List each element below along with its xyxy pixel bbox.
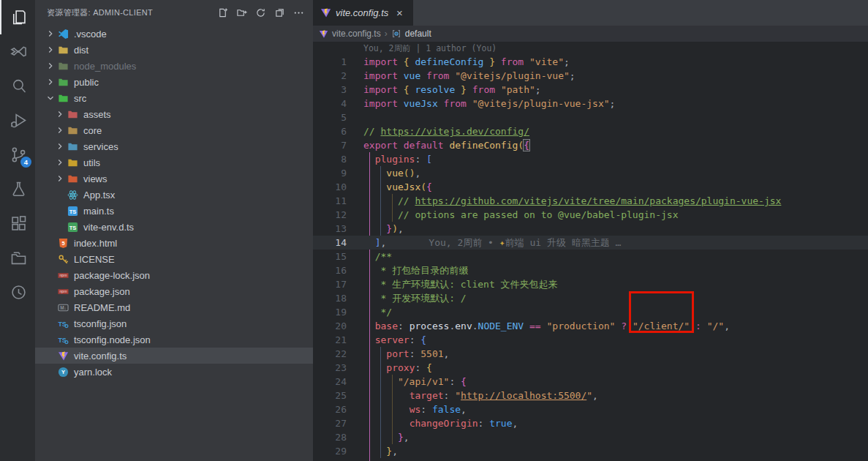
tree-item-core[interactable]: core	[35, 122, 313, 138]
npm-file-icon: npm	[58, 269, 70, 281]
tree-item-index.html[interactable]: 5index.html	[35, 235, 313, 251]
code-line-18[interactable]: 18 * 开发环境默认: /	[313, 291, 868, 305]
chevron-right-icon[interactable]	[45, 44, 58, 56]
code-line-29[interactable]: 29 },	[313, 444, 868, 458]
tree-item-readme.md[interactable]: M↓README.md	[35, 299, 313, 315]
code-line-10[interactable]: 10 vueJsx({	[313, 180, 868, 194]
collapse-all-icon[interactable]	[272, 6, 287, 20]
tree-item-.vscode[interactable]: .vscode	[35, 26, 313, 42]
code-line-16[interactable]: 16 * 打包给目录的前缀	[313, 263, 868, 277]
tree-item-package.json[interactable]: npmpackage.json	[35, 283, 313, 299]
tree-item-label: main.ts	[83, 206, 114, 217]
code-line-2[interactable]: 2import vue from "@vitejs/plugin-vue";	[313, 69, 868, 83]
code-line-30[interactable]: 30 },	[313, 458, 868, 461]
gitlens-authors-lens[interactable]: You, 2周前 | 1 author (You)	[313, 42, 868, 55]
gitlens-inline-blame: You, 2周前 • ✦前端 ui 升级 暗黑主题 …	[429, 236, 621, 250]
chevron-right-icon[interactable]	[45, 76, 58, 88]
more-actions-icon[interactable]	[291, 6, 306, 20]
run-debug-icon[interactable]	[0, 103, 35, 138]
tree-item-label: src	[74, 93, 86, 104]
chevron-right-icon[interactable]	[55, 157, 67, 168]
code-line-11[interactable]: 11 // https://github.com/vitejs/vite/tre…	[313, 194, 868, 208]
code-text: },	[363, 444, 398, 458]
testing-icon[interactable]	[0, 172, 35, 206]
tree-item-tsconfig.node.json[interactable]: TStsconfig.node.json	[35, 331, 313, 348]
code-line-12[interactable]: 12 // options are passed on to @vue/babe…	[313, 208, 868, 222]
tree-item-package-lock.json[interactable]: npmpackage-lock.json	[35, 267, 313, 283]
folder-file-icon	[67, 173, 80, 184]
code-line-20[interactable]: 20 base: process.env.NODE_ENV == "produc…	[313, 319, 868, 333]
chevron-right-icon[interactable]	[45, 60, 58, 72]
tree-item-main.ts[interactable]: TSmain.ts	[35, 203, 313, 219]
code-line-15[interactable]: 15 /**	[313, 250, 868, 263]
code-line-1[interactable]: 1import { defineConfig } from "vite";	[313, 55, 868, 69]
code-line-22[interactable]: 22 port: 5501,	[313, 347, 868, 361]
search-icon[interactable]	[0, 69, 35, 103]
code-text: import { defineConfig } from "vite";	[363, 55, 570, 69]
svg-text:5: 5	[61, 239, 64, 246]
new-folder-icon[interactable]	[234, 6, 249, 20]
tree-item-vite.config.ts[interactable]: vite.config.ts	[35, 348, 313, 364]
code-line-25[interactable]: 25 target: "http://localhost:5500/",	[313, 389, 868, 402]
refresh-icon[interactable]	[253, 6, 268, 20]
history-icon[interactable]	[0, 275, 35, 310]
code-line-17[interactable]: 17 * 生产环境默认: client 文件夹包起来	[313, 277, 868, 291]
code-line-9[interactable]: 9 vue(),	[313, 166, 868, 180]
chevron-right-icon[interactable]	[55, 124, 67, 136]
tree-item-utils[interactable]: utils	[35, 154, 313, 170]
code-text: * 生产环境默认: client 文件夹包起来	[363, 277, 558, 291]
code-line-24[interactable]: 24 "/api/v1": {	[313, 375, 868, 389]
chevron-right-icon[interactable]	[45, 28, 58, 40]
line-number: 9	[313, 166, 347, 180]
code-line-8[interactable]: 8 plugins: [	[313, 152, 868, 166]
code-line-19[interactable]: 19 */	[313, 305, 868, 319]
tree-item-vite-env.d.ts[interactable]: TSvite-env.d.ts	[35, 219, 313, 235]
code-text: target: "http://localhost:5500/",	[363, 389, 598, 402]
tree-item-services[interactable]: services	[35, 138, 313, 154]
new-file-icon[interactable]	[215, 6, 230, 20]
tree-item-src[interactable]: src	[35, 90, 313, 106]
svg-text:TS: TS	[69, 208, 77, 214]
tree-item-yarn.lock[interactable]: Yyarn.lock	[35, 364, 313, 380]
explorer-icon[interactable]	[0, 0, 35, 34]
code-line-14[interactable]: 14 ],You, 2周前 • ✦前端 ui 升级 暗黑主题 …	[313, 236, 868, 250]
extensions-icon[interactable]	[0, 206, 35, 241]
tree-item-label: dist	[74, 45, 88, 56]
tree-item-tsconfig.json[interactable]: TStsconfig.json	[35, 315, 313, 331]
chevron-right-icon[interactable]	[55, 173, 67, 184]
breadcrumb-symbol[interactable]: default	[405, 29, 431, 39]
tab-close-icon[interactable]: ×	[393, 7, 406, 19]
code-line-28[interactable]: 28 },	[313, 430, 868, 444]
code-text: // options are passed on to @vue/babel-p…	[363, 208, 678, 222]
code-line-21[interactable]: 21 server: {	[313, 333, 868, 347]
code-line-4[interactable]: 4import vueJsx from "@vitejs/plugin-vue-…	[313, 97, 868, 110]
line-number: 12	[313, 208, 347, 222]
code-line-27[interactable]: 27 changeOrigin: true,	[313, 416, 868, 430]
tree-item-views[interactable]: views	[35, 170, 313, 187]
tab-vite-config-ts[interactable]: vite.config.ts ×	[313, 0, 413, 26]
code-editor[interactable]: You, 2周前 | 1 author (You) 1import { defi…	[313, 42, 868, 461]
vs-logo-icon[interactable]	[0, 34, 35, 69]
tree-item-license[interactable]: LICENSE	[35, 251, 313, 267]
code-line-3[interactable]: 3import { resolve } from "path";	[313, 83, 868, 97]
breadcrumb-file[interactable]: vite.config.ts	[332, 29, 381, 39]
source-control-icon[interactable]: 4	[0, 138, 35, 172]
tree-item-dist[interactable]: dist	[35, 42, 313, 58]
tree-item-node-modules[interactable]: node_modules	[35, 58, 313, 74]
project-folders-icon[interactable]	[0, 241, 35, 275]
code-line-23[interactable]: 23 proxy: {	[313, 361, 868, 375]
chevron-down-icon[interactable]	[45, 92, 58, 104]
code-line-7[interactable]: 7export default defineConfig({	[313, 138, 868, 152]
chevron-right-icon[interactable]	[55, 140, 67, 152]
tree-item-label: README.md	[74, 302, 130, 313]
chevron-right-icon[interactable]	[55, 108, 67, 120]
code-line-6[interactable]: 6// https://vitejs.dev/config/	[313, 124, 868, 138]
code-line-26[interactable]: 26 ws: false,	[313, 402, 868, 416]
line-number: 21	[313, 333, 347, 347]
code-line-5[interactable]: 5	[313, 110, 868, 124]
tree-item-public[interactable]: public	[35, 74, 313, 90]
line-number: 25	[313, 389, 347, 402]
code-line-13[interactable]: 13 }),	[313, 222, 868, 236]
tree-item-app.tsx[interactable]: App.tsx	[35, 187, 313, 203]
tree-item-assets[interactable]: assets	[35, 106, 313, 122]
